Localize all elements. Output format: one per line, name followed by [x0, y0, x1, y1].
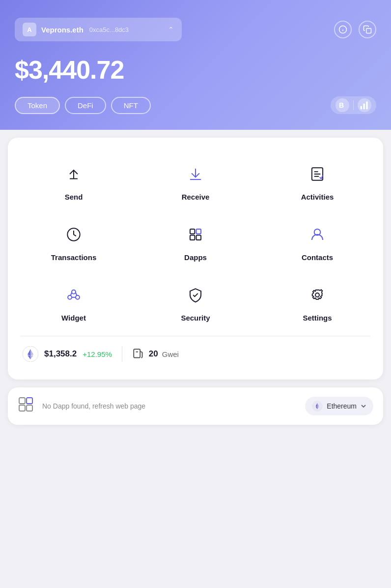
svg-rect-38 [19, 405, 25, 411]
balance-display: $3,440.72 [15, 55, 376, 85]
dapps-action[interactable]: Dapps [135, 213, 256, 273]
gas-unit: Gwei [162, 350, 179, 358]
gas-section: 20 Gwei [132, 348, 179, 360]
contacts-action[interactable]: Contacts [256, 213, 378, 273]
svg-point-28 [315, 293, 319, 297]
dapp-icon [18, 396, 35, 416]
security-label: Security [181, 314, 210, 322]
partner-logos: B [331, 96, 376, 114]
receive-label: Receive [182, 193, 210, 201]
chevron-down-icon [361, 403, 366, 409]
widget-icon [61, 282, 86, 308]
gas-pump-icon [132, 348, 145, 360]
ticker-divider [122, 346, 122, 362]
widget-action[interactable]: Widget [13, 273, 135, 334]
svg-rect-6 [363, 104, 365, 110]
gas-value: 20 [149, 349, 158, 359]
svg-line-26 [76, 293, 77, 295]
eth-change: +12.95% [83, 350, 112, 358]
partner-divider [353, 100, 354, 110]
action-grid: Send Receive [13, 147, 378, 334]
svg-rect-20 [196, 235, 201, 240]
avatar: A [23, 23, 36, 36]
eth-price: $1,358.2 [44, 349, 77, 359]
card-divider [21, 336, 370, 336]
tab-token[interactable]: Token [15, 97, 60, 114]
info-icon [338, 25, 347, 34]
network-name: Ethereum [327, 402, 357, 410]
copy-button[interactable] [359, 21, 376, 38]
transactions-label: Transactions [51, 253, 97, 262]
svg-rect-18 [196, 229, 201, 234]
dapp-bar: No Dapp found, refresh web page Ethereum [8, 387, 383, 425]
dapps-icon [183, 222, 208, 247]
header-icons [334, 21, 376, 38]
wallet-address: 0xca5c...8dc3 [89, 26, 129, 33]
svg-rect-34 [134, 349, 140, 357]
copy-icon [363, 25, 372, 34]
receive-action[interactable]: Receive [135, 152, 256, 213]
b-logo-icon: B [337, 100, 347, 110]
receive-icon [183, 161, 208, 187]
svg-rect-39 [27, 405, 32, 411]
svg-text:B: B [339, 101, 344, 109]
network-eth-icon [312, 401, 323, 412]
svg-rect-7 [366, 102, 367, 110]
svg-rect-19 [190, 235, 195, 240]
svg-point-23 [68, 295, 72, 299]
svg-point-24 [76, 295, 80, 299]
header: A Veprons.eth 0xca5c...8dc3 ⌃ $3,440.72 … [0, 0, 391, 130]
address-bar[interactable]: A Veprons.eth 0xca5c...8dc3 ⌃ [15, 18, 182, 41]
send-action[interactable]: Send [13, 152, 135, 213]
tab-nft[interactable]: NFT [111, 97, 151, 114]
settings-label: Settings [303, 314, 332, 322]
settings-icon [305, 282, 330, 308]
dapp-message: No Dapp found, refresh web page [42, 402, 298, 410]
tab-defi[interactable]: DeFi [65, 97, 106, 114]
transactions-icon [61, 222, 86, 247]
svg-point-22 [72, 290, 76, 294]
widget-label: Widget [61, 314, 86, 322]
address-chevron-icon[interactable]: ⌃ [168, 26, 174, 33]
svg-rect-37 [27, 398, 32, 404]
svg-rect-3 [366, 29, 371, 33]
svg-rect-5 [361, 106, 362, 110]
svg-rect-36 [19, 398, 25, 404]
eth-logo [23, 346, 38, 362]
svg-line-25 [71, 293, 72, 295]
info-button[interactable] [334, 21, 352, 38]
activities-label: Activities [301, 193, 334, 201]
dapps-label: Dapps [184, 253, 207, 262]
send-label: Send [65, 193, 83, 201]
settings-action[interactable]: Settings [256, 273, 378, 334]
security-icon [183, 282, 208, 308]
svg-rect-17 [190, 229, 195, 234]
contacts-label: Contacts [302, 253, 333, 262]
send-icon [61, 161, 86, 187]
wallet-name: Veprons.eth [41, 26, 84, 34]
partner-m-logo [358, 98, 371, 112]
security-action[interactable]: Security [135, 273, 256, 334]
activities-icon [305, 161, 330, 187]
ticker-row: $1,358.2 +12.95% 20 Gwei [13, 338, 378, 370]
activities-action[interactable]: Activities [256, 152, 378, 213]
transactions-action[interactable]: Transactions [13, 213, 135, 273]
contacts-icon [305, 222, 330, 247]
partner-b-logo: B [335, 98, 349, 112]
network-button[interactable]: Ethereum [305, 397, 373, 415]
tabs-row: Token DeFi NFT B [15, 96, 376, 114]
m-logo-icon [360, 100, 369, 110]
main-card: Send Receive [8, 138, 383, 380]
